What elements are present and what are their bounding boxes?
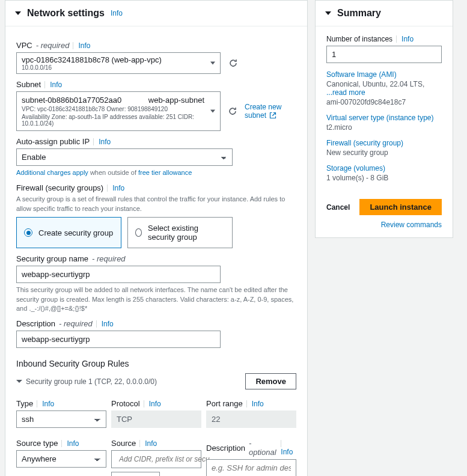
info-link[interactable]: Info xyxy=(44,81,62,89)
fw-link[interactable]: Firewall (security group) xyxy=(326,139,403,147)
rule-desc-input[interactable] xyxy=(206,459,296,476)
cancel-button[interactable]: Cancel xyxy=(326,203,350,212)
storage-link[interactable]: Storage (volumes) xyxy=(326,164,385,172)
sg-name-input[interactable] xyxy=(16,266,221,283)
chevron-down-icon xyxy=(16,380,22,383)
radio-icon xyxy=(24,228,32,237)
rule-sourcetype-select[interactable]: Anywhere xyxy=(16,450,106,468)
info-link[interactable]: Info xyxy=(111,9,123,17)
ami-link[interactable]: Software Image (AMI) xyxy=(326,70,397,79)
rule-toggle[interactable]: Security group rule 1 (TCP, 22, 0.0.0.0/… xyxy=(16,377,157,386)
firewall-label: Firewall (security groups) xyxy=(16,183,103,192)
summary-panel: Summary Number of instances Info Softwar… xyxy=(315,0,453,238)
rule-port: 22 xyxy=(206,410,296,428)
rule-type-select[interactable]: ssh xyxy=(16,410,106,428)
rule-protocol: TCP xyxy=(111,410,201,428)
info-link[interactable]: Info xyxy=(73,41,90,50)
chevron-down-icon xyxy=(325,11,331,15)
rule-source-input[interactable] xyxy=(111,450,201,468)
vpc-select[interactable]: vpc-0186c3241881b8c78 (web-app-vpc) 10.0… xyxy=(16,52,221,74)
refresh-icon[interactable] xyxy=(228,58,239,69)
refresh-icon[interactable] xyxy=(228,106,237,117)
rules-heading: Inbound Security Group Rules xyxy=(16,359,296,368)
review-commands-link[interactable]: Review commands xyxy=(381,221,442,229)
summary-title: Summary xyxy=(337,8,381,19)
select-sg-tile[interactable]: Select existing security group xyxy=(127,217,233,248)
subnet-select[interactable]: subnet-0b886b01a77052aa0web-app-subnet V… xyxy=(16,91,221,131)
create-sg-tile[interactable]: Create security group xyxy=(16,217,121,248)
autoip-select[interactable]: Enable xyxy=(16,148,233,166)
info-link[interactable]: Info xyxy=(396,35,414,43)
chevron-down-icon xyxy=(210,62,215,65)
info-link[interactable]: Info xyxy=(96,320,114,328)
panel-title: Network settings xyxy=(27,8,105,19)
instance-count-input[interactable] xyxy=(326,46,442,63)
remove-rule-button[interactable]: Remove xyxy=(245,373,296,389)
read-more-link[interactable]: ...read more xyxy=(326,88,365,97)
charges-link[interactable]: Additional charges apply xyxy=(16,169,88,176)
subnet-label: Subnet xyxy=(16,80,41,89)
chevron-down-icon xyxy=(15,11,21,15)
launch-instance-button[interactable]: Launch instance xyxy=(359,199,442,215)
sg-desc-input[interactable] xyxy=(16,331,221,348)
info-link[interactable]: Info xyxy=(93,138,111,146)
create-subnet-link[interactable]: Create new subnet xyxy=(245,103,296,120)
autoip-label: Auto-assign public IP xyxy=(16,137,90,146)
network-settings-panel: Network settings Info VPC - required Inf… xyxy=(5,0,308,476)
chevron-down-icon xyxy=(210,110,215,113)
cidr-chip: 0.0.0.0/0✕ xyxy=(111,472,160,476)
summary-header[interactable]: Summary xyxy=(316,1,453,26)
free-tier-link[interactable]: free tier allowance xyxy=(138,169,192,176)
vpc-label: VPC xyxy=(16,41,32,50)
vst-link[interactable]: Virtual server type (instance type) xyxy=(326,114,434,122)
panel-header[interactable]: Network settings Info xyxy=(5,1,307,26)
info-link[interactable]: Info xyxy=(107,184,124,192)
radio-icon xyxy=(135,228,142,237)
